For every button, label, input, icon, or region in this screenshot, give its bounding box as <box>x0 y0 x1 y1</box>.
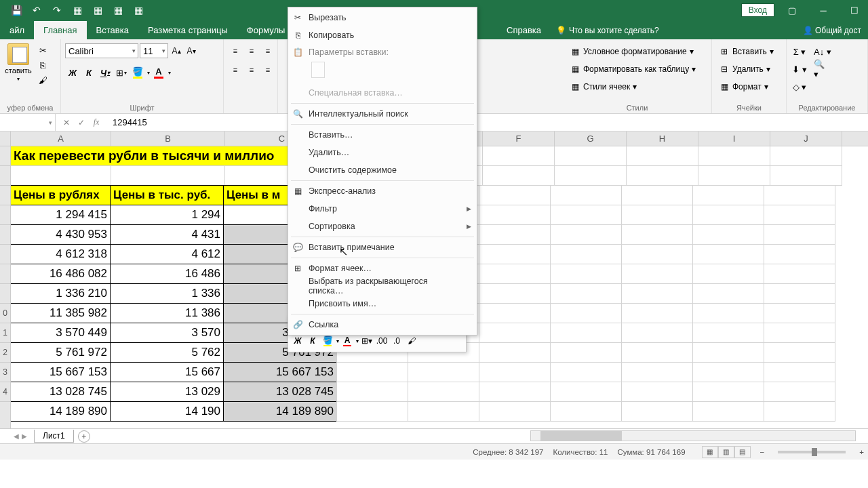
cell[interactable]: 15 667 153 <box>11 362 111 382</box>
cell[interactable]: 14 190 <box>110 401 224 422</box>
ctx-delete[interactable]: Удалить… <box>288 144 477 161</box>
cell[interactable] <box>627 146 698 166</box>
cell[interactable] <box>764 185 835 205</box>
row-header[interactable]: 2 <box>0 343 10 363</box>
cut-icon[interactable]: ✂ <box>35 43 50 57</box>
row-header[interactable] <box>0 264 10 284</box>
ctx-sort[interactable]: Сортировка▶ <box>288 218 477 235</box>
cell[interactable] <box>111 166 225 186</box>
col-header[interactable]: B <box>111 131 225 146</box>
zoom-slider[interactable] <box>778 451 846 453</box>
ctx-pick-from-dropdown[interactable]: Выбрать из раскрывающегося списка… <box>288 277 477 295</box>
enter-formula-icon[interactable]: ✓ <box>75 116 88 129</box>
ctx-quick-analysis[interactable]: ▦Экспресс-анализ <box>288 182 477 200</box>
view-normal-icon[interactable]: ▦ <box>702 446 718 458</box>
font-size-select[interactable]: 11 <box>140 43 168 58</box>
ribbon-options-icon[interactable]: ▢ <box>778 0 806 20</box>
login-button[interactable]: Вход <box>741 3 774 17</box>
cell[interactable] <box>483 146 555 166</box>
view-page-break-icon[interactable]: ▤ <box>734 446 751 458</box>
zoom-in-button[interactable]: + <box>859 448 864 456</box>
cancel-formula-icon[interactable]: ✕ <box>60 116 73 129</box>
view-page-layout-icon[interactable]: ▥ <box>718 446 734 458</box>
horizontal-scrollbar[interactable] <box>530 430 856 441</box>
col-header[interactable]: A <box>11 131 111 146</box>
copy-icon[interactable]: ⎘ <box>35 58 50 72</box>
ctx-insert[interactable]: Вставить… <box>288 126 477 144</box>
mini-italic-button[interactable]: К <box>306 334 319 348</box>
cell[interactable]: Цены в рублях <box>11 185 111 205</box>
cell[interactable]: 1 336 210 <box>11 283 111 304</box>
align-center-icon[interactable]: ≡ <box>244 62 259 77</box>
format-painter-icon[interactable]: 🖌 <box>35 73 50 87</box>
col-header[interactable]: F <box>483 131 555 146</box>
conditional-formatting-button[interactable]: ▦Условное форматирование ▾ <box>567 43 698 60</box>
cell[interactable]: 4 612 318 <box>11 244 111 264</box>
ctx-insert-comment[interactable]: 💬Вставить примечание <box>288 239 477 256</box>
cell[interactable]: 15 667 <box>110 362 224 382</box>
fill-color-button[interactable]: 🪣 <box>130 65 145 80</box>
col-header[interactable]: H <box>627 131 698 146</box>
col-header[interactable]: J <box>770 131 842 146</box>
ctx-filter[interactable]: Фильтр▶ <box>288 200 477 218</box>
qa-btn[interactable]: ▦ <box>129 2 148 18</box>
increase-font-icon[interactable]: A▴ <box>170 43 183 58</box>
cell[interactable]: 16 486 082 <box>11 264 111 284</box>
cell[interactable] <box>698 166 770 186</box>
cell[interactable]: 11 385 982 <box>11 303 111 323</box>
cell[interactable]: 3 570 449 <box>11 323 111 343</box>
cell[interactable] <box>550 185 622 205</box>
cell[interactable] <box>770 146 842 166</box>
align-middle-icon[interactable]: ≡ <box>244 43 259 58</box>
save-icon[interactable]: 💾 <box>7 2 26 18</box>
sheet-nav-next-icon[interactable]: ▶ <box>22 432 27 440</box>
cell[interactable]: 13 028 745 <box>11 382 111 402</box>
cell[interactable]: 16 486 <box>110 264 224 284</box>
cell[interactable]: 15 667 153 <box>223 362 337 382</box>
tab-page-layout[interactable]: Разметка страницы <box>138 21 237 39</box>
undo-icon[interactable]: ↶ <box>27 2 46 18</box>
cell[interactable] <box>627 166 698 186</box>
borders-button[interactable]: ⊞▾ <box>114 65 129 80</box>
redo-icon[interactable]: ↷ <box>47 2 66 18</box>
mini-format-painter-icon[interactable]: 🖌 <box>405 334 418 348</box>
qa-btn[interactable]: ▦ <box>88 2 107 18</box>
cell[interactable]: 1 294 <box>110 205 224 225</box>
cell[interactable] <box>555 166 627 186</box>
col-header[interactable]: G <box>555 131 627 146</box>
tab-help[interactable]: Справка <box>500 21 548 39</box>
delete-cells-button[interactable]: ⊟Удалить ▾ <box>716 61 776 77</box>
autosum-icon[interactable]: Σ ▾ <box>791 43 808 60</box>
ctx-link[interactable]: 🔗Ссылка <box>288 316 477 333</box>
name-box[interactable] <box>0 114 56 131</box>
row-header[interactable]: 1 <box>0 323 10 343</box>
mini-increase-decimal-icon[interactable]: .00 <box>375 334 389 348</box>
cell[interactable]: 4 430 953 <box>11 224 111 245</box>
ctx-smart-lookup[interactable]: 🔍Интеллектуальный поиск <box>288 105 477 123</box>
fill-icon[interactable]: ⬇ ▾ <box>791 61 808 77</box>
cell[interactable]: 4 431 <box>110 224 224 245</box>
sheet-tab[interactable]: Лист1 <box>34 430 74 443</box>
cell[interactable] <box>555 146 627 166</box>
formula-input[interactable]: 1294415 <box>107 117 868 127</box>
mini-decrease-decimal-icon[interactable]: .0 <box>390 334 403 348</box>
mini-fill-color-button[interactable]: 🪣 <box>321 334 334 348</box>
cell[interactable] <box>479 185 551 205</box>
cell[interactable]: Цены в тыс. руб. <box>110 185 224 205</box>
bold-button[interactable]: Ж <box>65 65 80 80</box>
sheet-nav-prev-icon[interactable]: ◀ <box>14 432 19 440</box>
cell[interactable]: 14 189 890 <box>223 401 337 422</box>
underline-button[interactable]: Ч▾ <box>98 65 113 80</box>
cell[interactable]: 5 762 <box>110 342 224 363</box>
cell[interactable]: 14 189 890 <box>11 401 111 422</box>
cell[interactable]: 4 612 <box>110 244 224 264</box>
select-all-corner[interactable] <box>0 131 10 146</box>
qa-btn[interactable]: ▦ <box>108 2 127 18</box>
cell[interactable]: 11 386 <box>110 303 224 323</box>
qa-btn[interactable]: ▦ <box>68 2 87 18</box>
font-color-button[interactable]: A <box>151 65 166 80</box>
align-right-icon[interactable]: ≡ <box>260 62 275 77</box>
tell-me-search[interactable]: 💡 Что вы хотите сделать? <box>556 26 659 35</box>
paste-option-button[interactable] <box>309 60 328 79</box>
tab-insert[interactable]: Вставка <box>87 21 138 39</box>
